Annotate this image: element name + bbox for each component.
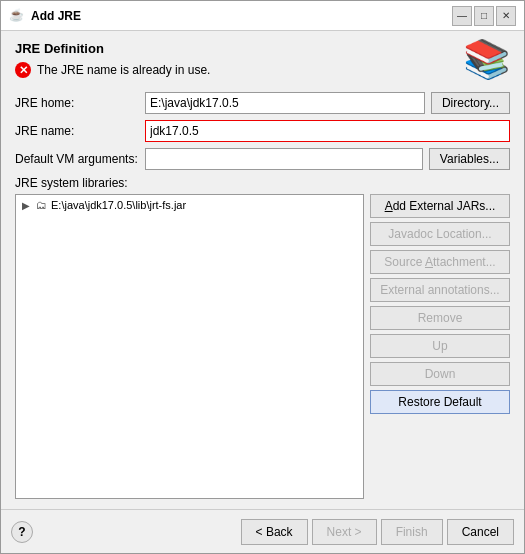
error-icon: ✕ [15,62,31,78]
window-controls: — □ ✕ [452,6,516,26]
source-attachment-button[interactable]: Source Attachment... [370,250,510,274]
javadoc-location-button[interactable]: Javadoc Location... [370,222,510,246]
external-annotations-button[interactable]: External annotations... [370,278,510,302]
section-title: JRE Definition [15,41,210,56]
down-button[interactable]: Down [370,362,510,386]
bottom-bar: ? < Back Next > Finish Cancel [1,509,524,553]
dialog-content: JRE Definition ✕ The JRE name is already… [1,31,524,509]
directory-button[interactable]: Directory... [431,92,510,114]
jre-home-input[interactable] [145,92,425,114]
back-button[interactable]: < Back [241,519,308,545]
jar-icon: 🗂 [36,199,47,211]
jre-name-label: JRE name: [15,124,145,138]
tree-arrow: ▶ [22,200,34,211]
up-button[interactable]: Up [370,334,510,358]
finish-button[interactable]: Finish [381,519,443,545]
help-button[interactable]: ? [11,521,33,543]
error-message: The JRE name is already in use. [37,63,210,77]
vm-args-input[interactable] [145,148,423,170]
jre-name-row: JRE name: [15,120,510,142]
jre-home-row: JRE home: Directory... [15,92,510,114]
libraries-tree[interactable]: ▶ 🗂 E:\java\jdk17.0.5\lib\jrt-fs.jar [15,194,364,499]
add-external-jars-button[interactable]: Add External JARs... [370,194,510,218]
jre-home-label: JRE home: [15,96,145,110]
vm-args-label: Default VM arguments: [15,152,145,166]
libraries-area: ▶ 🗂 E:\java\jdk17.0.5\lib\jrt-fs.jar Add… [15,194,510,499]
header-left: JRE Definition ✕ The JRE name is already… [15,41,210,88]
tree-item[interactable]: ▶ 🗂 E:\java\jdk17.0.5\lib\jrt-fs.jar [18,197,361,213]
window-icon: ☕ [9,8,25,24]
vm-args-row: Default VM arguments: Variables... [15,148,510,170]
next-button[interactable]: Next > [312,519,377,545]
minimize-button[interactable]: — [452,6,472,26]
title-bar: ☕ Add JRE — □ ✕ [1,1,524,31]
tree-item-label: E:\java\jdk17.0.5\lib\jrt-fs.jar [51,199,186,211]
add-jre-window: ☕ Add JRE — □ ✕ JRE Definition ✕ The JRE… [0,0,525,554]
top-area: JRE Definition ✕ The JRE name is already… [15,41,510,88]
error-row: ✕ The JRE name is already in use. [15,62,210,78]
side-buttons-panel: Add External JARs... Javadoc Location...… [370,194,510,499]
remove-button[interactable]: Remove [370,306,510,330]
close-button[interactable]: ✕ [496,6,516,26]
libraries-label: JRE system libraries: [15,176,510,190]
variables-button[interactable]: Variables... [429,148,510,170]
restore-default-button[interactable]: Restore Default [370,390,510,414]
jre-name-input[interactable] [145,120,510,142]
window-title: Add JRE [31,9,452,23]
maximize-button[interactable]: □ [474,6,494,26]
books-icon: 📚 [463,37,510,81]
cancel-button[interactable]: Cancel [447,519,514,545]
